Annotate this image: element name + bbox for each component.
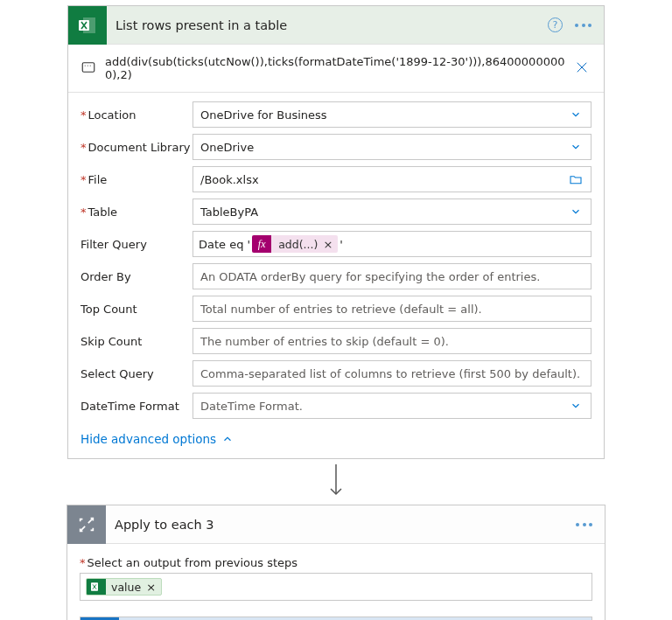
chevron-down-icon: [568, 108, 584, 121]
list-rows-card: List rows present in a table ? add(div(s…: [67, 5, 605, 459]
label-table: Table: [80, 206, 192, 219]
select-output-label: Select an output from previous steps: [80, 556, 592, 569]
select-output-input[interactable]: value ×: [80, 573, 592, 601]
chevron-down-icon: [568, 141, 584, 153]
expression-pill[interactable]: fx add(...) ×: [252, 235, 338, 253]
label-select-query: Select Query: [80, 367, 192, 380]
expression-text[interactable]: add(div(sub(ticks(utcNow()),ticks(format…: [105, 55, 565, 81]
folder-icon[interactable]: [568, 172, 584, 186]
label-datetime-format: DateTime Format: [80, 400, 192, 413]
label-filter-query: Filter Query: [80, 238, 192, 251]
remove-pill-icon[interactable]: ×: [323, 235, 338, 253]
value-pill[interactable]: value ×: [86, 578, 162, 596]
label-top-count: Top Count: [80, 303, 192, 316]
label-order-by: Order By: [80, 270, 192, 283]
select-query-input[interactable]: Comma-separated list of columns to retri…: [192, 360, 592, 387]
apply-to-each-card: Apply to each 3 Select an output from pr…: [66, 505, 606, 620]
fx-icon: fx: [252, 235, 271, 253]
expression-icon: [80, 59, 96, 78]
datetime-format-dropdown[interactable]: DateTime Format.: [192, 393, 592, 419]
more-icon[interactable]: [575, 24, 592, 27]
loop-icon: [67, 505, 106, 544]
file-picker[interactable]: /Book.xlsx: [192, 166, 592, 192]
chevron-down-icon: [568, 400, 584, 412]
more-icon[interactable]: [576, 523, 592, 526]
close-icon[interactable]: [574, 59, 592, 78]
label-location: Location: [80, 108, 192, 122]
order-by-input[interactable]: An ODATA orderBy query for specifying th…: [192, 263, 592, 289]
flow-arrow-icon: [0, 463, 672, 499]
card-title: Apply to each 3: [106, 518, 576, 532]
chevron-up-icon: [221, 433, 234, 445]
filter-query-input[interactable]: Date eq ' fx add(...) × ': [192, 231, 592, 257]
label-file: File: [80, 173, 192, 186]
excel-icon: [87, 579, 106, 595]
card-title: List rows present in a table: [107, 18, 548, 32]
list-rows-header[interactable]: List rows present in a table ?: [68, 6, 604, 45]
chevron-down-icon: [568, 206, 584, 218]
hide-advanced-link[interactable]: Hide advanced options: [68, 427, 604, 458]
remove-pill-icon[interactable]: ×: [146, 579, 161, 595]
expression-bar: add(div(sub(ticks(utcNow()),ticks(format…: [68, 45, 604, 93]
svg-rect-2: [82, 62, 94, 72]
filter-text-prefix: Date eq ': [199, 238, 250, 251]
label-skip-count: Skip Count: [80, 335, 192, 348]
table-dropdown[interactable]: TableByPA: [192, 199, 592, 225]
apply-to-each-header[interactable]: Apply to each 3: [67, 505, 605, 544]
skip-count-input[interactable]: The number of entries to skip (default =…: [192, 328, 592, 354]
top-count-input[interactable]: Total number of entries to retrieve (def…: [192, 296, 592, 322]
filter-text-suffix: ': [340, 238, 343, 251]
location-dropdown[interactable]: OneDrive for Business: [192, 101, 592, 128]
form: Location OneDrive for Business Document …: [68, 93, 604, 427]
help-icon[interactable]: ?: [548, 17, 563, 32]
send-email-card: Send an email (V2) ?: [80, 617, 592, 620]
excel-icon: [68, 6, 107, 45]
label-document-library: Document Library: [80, 141, 192, 154]
document-library-dropdown[interactable]: OneDrive: [192, 134, 592, 160]
